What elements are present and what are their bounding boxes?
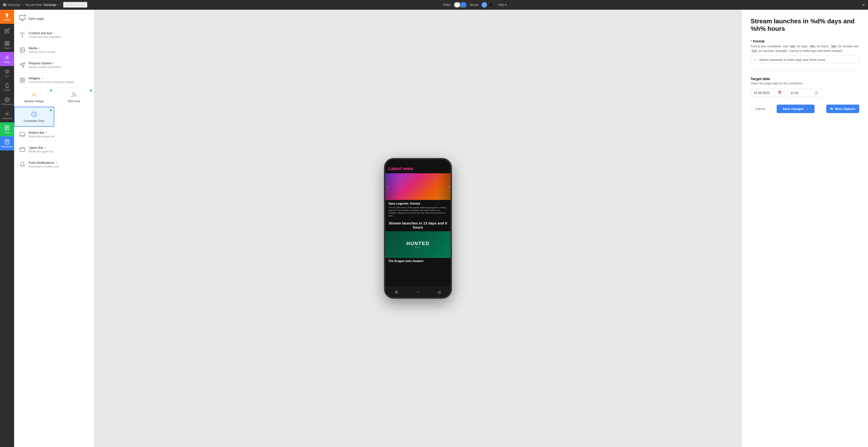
content-text-title: Content and text ▾ xyxy=(29,31,89,35)
request-title: Request System ▾ xyxy=(29,61,89,65)
sidebar-item-advanced[interactable]: Advanced xyxy=(0,108,14,122)
bottom-bar-title: Bottom Bar ▾ xyxy=(29,131,89,134)
close-button[interactable]: ✕ xyxy=(862,3,865,7)
target-date-section: Target date Select the target date for t… xyxy=(751,77,859,97)
next-arrow[interactable]: › xyxy=(448,185,449,188)
editor-toggle[interactable] xyxy=(454,2,467,8)
code-h: %h% xyxy=(809,45,816,48)
svg-rect-39 xyxy=(20,147,25,151)
hunted-apex: APEX xyxy=(406,246,429,248)
bottom-bar-text: Bottom Bar ▾ Modify the bottom bar xyxy=(29,131,89,138)
marketplace-label: Marketplace xyxy=(1,145,13,148)
panel-item-media[interactable]: Media ▾ Add any kind of media xyxy=(14,42,94,58)
sidebar-item-publish[interactable]: Publish xyxy=(0,10,14,24)
device-toggles xyxy=(482,2,493,7)
widgets-title-label: Widgets xyxy=(29,76,40,80)
breadcrumb-prefix: You are here: xyxy=(25,3,42,6)
edit-icon: ✏ xyxy=(754,58,757,62)
design-label: Design xyxy=(4,61,10,63)
calendar-icon[interactable]: 📅 xyxy=(778,91,782,95)
show-all-pages-button[interactable]: Show all pages xyxy=(63,2,88,8)
sidebar-item-mobile[interactable]: Mobile xyxy=(0,80,14,94)
clock-icon[interactable]: 🕐 xyxy=(814,91,818,95)
weather-dot xyxy=(50,90,52,92)
media-text: Media ▾ Add any kind of media xyxy=(29,46,89,54)
format-label-text: Format xyxy=(753,39,764,43)
panel-item-request-system[interactable]: Request System ▾ Various contact possibi… xyxy=(14,58,94,73)
widget-weather[interactable]: Weather Widget xyxy=(14,88,54,107)
code-m: %m% xyxy=(830,45,837,48)
date-input[interactable] xyxy=(754,91,776,95)
date-time-row: 📅 🕐 xyxy=(751,89,859,97)
prev-arrow[interactable]: ‹ xyxy=(387,185,388,188)
panel-item-bottom-bar[interactable]: Bottom Bar ▾ Modify the bottom bar xyxy=(14,127,94,142)
cancel-button[interactable]: ← Cancel xyxy=(751,107,765,111)
open-page-dot xyxy=(24,14,26,16)
widget-countdown-timer[interactable]: Countdown Timer xyxy=(14,107,54,127)
device-dark-button[interactable] xyxy=(488,2,493,7)
panel-item-upper-bar[interactable]: Upper Bar ▾ Modify the upper bar xyxy=(14,142,94,157)
nav-user-icon[interactable]: ○ xyxy=(417,290,419,295)
sidebar-item-try-it[interactable]: Try it xyxy=(0,66,14,80)
upper-bar-title: Upper Bar ▾ xyxy=(29,146,89,149)
code-d: %d% xyxy=(789,45,796,48)
sidebar-item-edit[interactable] xyxy=(0,24,14,38)
svg-rect-6 xyxy=(7,41,9,43)
open-page-item[interactable]: Open page xyxy=(14,10,94,27)
editor-toggle-off[interactable] xyxy=(454,2,460,7)
weather-icon xyxy=(31,92,37,98)
sidebar-item-pages[interactable]: Pages xyxy=(0,38,14,52)
text-icon xyxy=(20,32,25,38)
send-icon xyxy=(20,62,25,68)
topbar-divider: | xyxy=(60,3,61,7)
svg-rect-37 xyxy=(20,133,25,136)
request-system-icon xyxy=(19,62,26,68)
sidebar-item-rules[interactable]: Rules xyxy=(0,122,14,136)
more-options-label: More Options xyxy=(835,107,855,111)
gear-icon: ⚙ xyxy=(830,107,833,111)
widgets-text: Widgets ▾ Choose from many interactive w… xyxy=(29,76,89,83)
svg-point-13 xyxy=(5,97,9,102)
mobile-icon xyxy=(4,83,10,88)
countdown-label: Countdown Timer xyxy=(24,119,44,122)
push-title-label: Push-Notifications xyxy=(29,161,54,165)
time-input[interactable] xyxy=(790,91,812,95)
editor-toggle-on[interactable] xyxy=(461,2,466,7)
panel-sidebar: Open page Content and text ▾ Create text… xyxy=(14,10,94,447)
device-light-button[interactable] xyxy=(482,2,487,7)
sidebar-item-design[interactable]: Design xyxy=(0,52,14,66)
pages-icon xyxy=(4,41,10,46)
phone-content: Latest news ‹ › Apex Legends: Hunted The… xyxy=(385,160,451,286)
media-icon xyxy=(19,46,26,54)
svg-point-27 xyxy=(21,49,22,49)
hunted-title: HUNTED xyxy=(406,241,429,246)
sidebar-item-all-elements[interactable]: All Elements xyxy=(0,94,14,108)
article1-body: The new 14th season of this popular Batt… xyxy=(388,206,447,217)
widget-rss-feed[interactable]: RSS Feed xyxy=(54,88,94,107)
help-menu[interactable]: Help ▾ xyxy=(498,3,507,6)
svg-point-15 xyxy=(6,113,8,114)
more-options-button[interactable]: ⚙ More Options xyxy=(826,105,859,113)
panel-item-widgets[interactable]: Widgets ▾ Choose from many interactive w… xyxy=(14,73,94,88)
save-changes-button[interactable]: Save changes → xyxy=(777,105,814,113)
code-s: %s% xyxy=(751,49,758,53)
bottom-bar-sub: Modify the bottom bar xyxy=(29,135,89,138)
panel-item-content-text[interactable]: Content and text ▾ Create texts and supe… xyxy=(14,27,94,42)
rss-label: RSS Feed xyxy=(68,100,80,103)
bottom-bar-svg xyxy=(20,132,25,137)
date-input-wrap: 📅 xyxy=(751,89,785,97)
nav-gamepad-icon[interactable]: ⊞ xyxy=(395,290,398,295)
breadcrumb: You are here: Startpage ▾ xyxy=(25,3,58,6)
panel-item-push-notifications[interactable]: Push-Notifications ▾ Add buttons to allo… xyxy=(14,157,94,172)
open-page-icon xyxy=(19,14,26,22)
sidebar-item-marketplace[interactable]: Marketplace xyxy=(0,136,14,150)
upper-bar-sub: Modify the upper bar xyxy=(29,150,89,153)
preview-area: Latest news ‹ › Apex Legends: Hunted The… xyxy=(94,10,742,447)
home-icon xyxy=(3,3,6,6)
target-date-sub: Select the target date for the countdown… xyxy=(751,82,859,85)
upper-bar-text: Upper Bar ▾ Modify the upper bar xyxy=(29,146,89,153)
phone-bottom-nav: ⊞ ○ ◎ xyxy=(385,286,451,297)
format-input[interactable] xyxy=(759,58,856,62)
nav-check-icon[interactable]: ◎ xyxy=(438,290,441,295)
svg-rect-31 xyxy=(23,78,25,79)
